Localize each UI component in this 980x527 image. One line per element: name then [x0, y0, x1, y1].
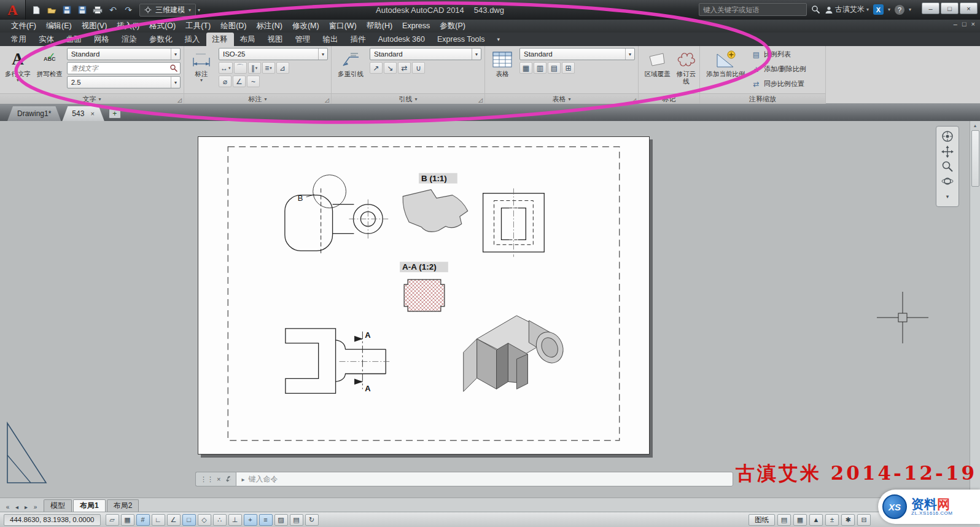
tab-model[interactable]: 模型 [44, 499, 72, 512]
zoom-icon[interactable] [939, 160, 955, 173]
close-button[interactable]: × [960, 2, 978, 14]
command-customize-icon[interactable] [224, 475, 231, 484]
minimize-button[interactable]: – [922, 2, 939, 14]
quick-properties-toggle[interactable]: ▤ [290, 514, 303, 526]
selection-cycling-toggle[interactable]: ↻ [305, 514, 319, 526]
diameter-dimension-button[interactable]: ⌀ [219, 76, 231, 87]
toolbar-lock-icon[interactable]: ⊟ [857, 514, 871, 526]
ortho-mode-toggle[interactable]: ∟ [152, 514, 165, 526]
dim-style-dropdown[interactable]: ISO-25 ▾ [219, 48, 328, 60]
doc-minimize-button[interactable]: – [954, 20, 957, 28]
dynamic-ucs-toggle[interactable]: ⊥ [228, 514, 242, 526]
menu-draw[interactable]: 绘图(D) [216, 20, 251, 33]
search-icon[interactable] [811, 5, 820, 14]
ribbon-tab-layout[interactable]: 布局 [234, 33, 262, 46]
ribbon-tab-render[interactable]: 渲染 [115, 33, 143, 46]
save-as-icon[interactable] [76, 4, 89, 16]
panel-text-footer[interactable]: 文字 ▾ ◿ [0, 93, 184, 104]
panel-table-footer[interactable]: 表格 ▾ ◿ [485, 93, 638, 104]
ribbon-tab-parametric[interactable]: 参数化 [143, 33, 179, 46]
chevron-down-icon[interactable]: ▾ [888, 7, 890, 12]
ribbon-tab-manage[interactable]: 管理 [289, 33, 317, 46]
3d-object-snap-toggle[interactable]: ◇ [198, 514, 211, 526]
menu-tools[interactable]: 工具(T) [181, 20, 216, 33]
ribbon-tab-annotate[interactable]: 注释 [206, 33, 234, 46]
command-input[interactable] [248, 475, 728, 483]
auto-add-scales-icon[interactable]: ± [825, 514, 839, 526]
close-tab-icon[interactable]: × [90, 110, 94, 117]
ribbon-tab-home[interactable]: 常用 [5, 33, 33, 46]
menu-modify[interactable]: 修改(M) [287, 20, 324, 33]
restore-button[interactable]: □ [941, 2, 959, 14]
table-cell-style-button-2[interactable]: ▥ [534, 62, 546, 74]
doc-close-button[interactable]: × [971, 20, 975, 28]
quick-view-layouts-icon[interactable]: ▤ [777, 514, 791, 526]
panel-leader-footer[interactable]: 引线 ▾ ◿ [332, 93, 484, 104]
add-delete-scales-button[interactable]: ± 添加/删除比例 [752, 63, 819, 76]
command-input-zone[interactable]: ▸ [236, 472, 733, 486]
menu-window[interactable]: 窗口(W) [324, 20, 362, 33]
continue-dimension-button[interactable]: ∥▾ [248, 62, 261, 74]
panel-dimension-footer[interactable]: 标注 ▾ ◿ [184, 93, 331, 104]
ribbon-minimize-icon[interactable]: ▾ [492, 33, 505, 46]
open-file-icon[interactable] [45, 4, 58, 16]
workspace-switching-icon[interactable]: ✱ [841, 514, 855, 526]
redo-icon[interactable]: ↷ [122, 4, 135, 16]
add-leader-button[interactable]: ↗ [370, 62, 383, 74]
snap-mode-toggle[interactable]: ▦ [121, 514, 134, 526]
file-tab-543[interactable]: 543 × [62, 106, 104, 121]
menu-file[interactable]: 文件(F) [6, 20, 41, 33]
add-current-scale-button[interactable]: 添加当前比例 [703, 48, 749, 93]
dialog-launcher-icon[interactable]: ◿ [177, 97, 182, 103]
multileader-button[interactable]: 多重引线 [335, 48, 367, 93]
scale-list-button[interactable]: ▤ 比例列表 [752, 48, 819, 61]
menu-insert[interactable]: 插入(I) [112, 20, 144, 33]
polar-tracking-toggle[interactable]: ∠ [167, 514, 181, 526]
ribbon-tab-plugins[interactable]: 插件 [344, 33, 372, 46]
menu-format[interactable]: 格式(O) [144, 20, 181, 33]
angular-dimension-button[interactable]: ∠ [233, 76, 246, 87]
ribbon-tab-insert[interactable]: 插入 [179, 33, 206, 46]
text-style-dropdown[interactable]: Standard ▾ [67, 48, 181, 60]
app-menu-button[interactable]: A [0, 0, 26, 20]
undo-icon[interactable]: ↶ [106, 4, 120, 16]
table-cell-style-button-3[interactable]: ▤ [548, 62, 561, 74]
spell-check-button[interactable]: ABC ✓ 拼写检查 [36, 48, 64, 93]
object-snap-toggle[interactable]: □ [182, 514, 196, 526]
ribbon-tab-solid[interactable]: 实体 [33, 33, 60, 46]
ribbon-tab-autodesk360[interactable]: Autodesk 360 [372, 33, 431, 46]
mtext-button[interactable]: A 多行文字 ▾ [3, 48, 33, 93]
ribbon-tab-surface[interactable]: 曲面 [60, 33, 88, 46]
remove-leader-button[interactable]: ↘ [384, 62, 397, 74]
transparency-toggle[interactable]: ▨ [274, 514, 288, 526]
infer-constraints-toggle[interactable]: ▱ [106, 514, 119, 526]
scrollbar-thumb[interactable] [971, 130, 979, 187]
quick-dimension-button[interactable]: ⌒ [234, 62, 247, 74]
user-signin[interactable]: 古滇艾米 ▾ [825, 4, 869, 15]
dialog-launcher-icon[interactable]: ◿ [478, 97, 483, 103]
search-input[interactable] [699, 3, 807, 16]
insert-table-button[interactable]: ⊞ [562, 62, 575, 74]
adjust-space-button[interactable]: ⊿ [276, 62, 289, 74]
quick-view-drawings-icon[interactable]: ▦ [793, 514, 807, 526]
mleader-style-dropdown[interactable]: Standard ▾ [370, 48, 481, 60]
align-leaders-button[interactable]: ⇄ [398, 62, 411, 74]
table-cell-style-button-1[interactable]: ▦ [519, 62, 532, 74]
pan-icon[interactable] [939, 145, 955, 158]
command-close-icon[interactable]: × [217, 475, 220, 483]
menu-express[interactable]: Express [397, 20, 435, 33]
vertical-scrollbar[interactable]: ▴ ▾ [970, 121, 980, 498]
scroll-up-icon[interactable]: ▴ [974, 121, 976, 130]
save-icon[interactable] [60, 4, 74, 16]
exchange-apps-icon[interactable]: X [873, 4, 884, 15]
new-tab-button[interactable]: + [109, 108, 121, 119]
table-style-dropdown[interactable]: Standard ▾ [519, 48, 635, 60]
workspace-switcher[interactable]: 三维建模 ▾ [139, 4, 196, 17]
navigation-wheel-icon[interactable] [939, 130, 955, 143]
find-text-field[interactable] [67, 62, 181, 74]
ribbon-tab-view[interactable]: 视图 [262, 33, 289, 46]
dimension-button[interactable]: 标注 ▾ [187, 48, 216, 93]
last-layout-icon[interactable]: » [31, 504, 40, 510]
tab-layout2[interactable]: 布局2 [107, 499, 139, 512]
prev-layout-icon[interactable]: ◂ [12, 504, 21, 510]
